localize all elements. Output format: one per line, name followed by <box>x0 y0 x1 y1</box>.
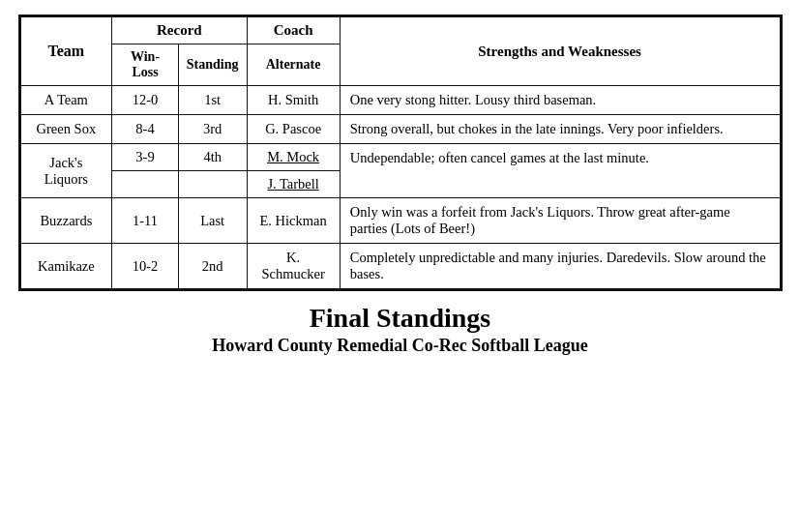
cell-winloss: 3-9 <box>112 144 179 171</box>
cell-coach-alt: J. Tarbell <box>247 171 340 198</box>
subheader-alternate: Alternate <box>247 44 340 86</box>
cell-winloss: 10-2 <box>112 244 179 289</box>
cell-standing-alt <box>178 171 247 198</box>
cell-standing: 4th <box>178 144 247 171</box>
cell-standing: Last <box>178 198 247 244</box>
cell-standing: 2nd <box>178 244 247 289</box>
cell-coach: G. Pascoe <box>247 115 340 144</box>
header-strengths: Strengths and Weaknesses <box>340 17 780 86</box>
table-row: Kamikaze 10-2 2nd K. Schmucker Completel… <box>20 244 780 289</box>
table-row: Jack's Liquors 3-9 4th M. Mock Undependa… <box>20 144 780 171</box>
cell-coach: H. Smith <box>247 86 340 115</box>
cell-standing: 1st <box>178 86 247 115</box>
header-team: Team <box>20 17 112 86</box>
cell-team: A Team <box>20 86 112 115</box>
cell-strengths: Strong overall, but chokes in the late i… <box>340 115 780 144</box>
cell-winloss: 8-4 <box>112 115 179 144</box>
header-record: Record <box>112 17 247 44</box>
subheader-winloss: Win-Loss <box>112 44 179 86</box>
final-standings-title: Final Standings <box>310 303 491 334</box>
cell-coach: E. Hickman <box>247 198 340 244</box>
cell-strengths: Undependable; often cancel games at the … <box>340 144 780 198</box>
subtitle: Howard County Remedial Co-Rec Softball L… <box>212 336 587 356</box>
table-row: Buzzards 1-11 Last E. Hickman Only win w… <box>20 198 780 244</box>
cell-team: Jack's Liquors <box>20 144 112 198</box>
cell-winloss-alt <box>112 171 179 198</box>
cell-strengths: Only win was a forfeit from Jack's Liquo… <box>340 198 780 244</box>
cell-team: Kamikaze <box>20 244 112 289</box>
cell-coach: K. Schmucker <box>247 244 340 289</box>
cell-strengths: Completely unpredictable and many injuri… <box>340 244 780 289</box>
table-row: Green Sox 8-4 3rd G. Pascoe Strong overa… <box>20 115 780 144</box>
standings-table: Team Record Coach Strengths and Weakness… <box>20 16 781 289</box>
cell-team: Buzzards <box>20 198 112 244</box>
cell-winloss: 12-0 <box>112 86 179 115</box>
header-coach: Coach <box>247 17 340 44</box>
cell-team: Green Sox <box>20 115 112 144</box>
cell-standing: 3rd <box>178 115 247 144</box>
cell-strengths: One very stong hitter. Lousy third basem… <box>340 86 780 115</box>
cell-coach: M. Mock <box>247 144 340 171</box>
table-row: A Team 12-0 1st H. Smith One very stong … <box>20 86 780 115</box>
subheader-standing: Standing <box>178 44 247 86</box>
cell-winloss: 1-11 <box>112 198 179 244</box>
standings-table-container: Team Record Coach Strengths and Weakness… <box>18 15 783 291</box>
